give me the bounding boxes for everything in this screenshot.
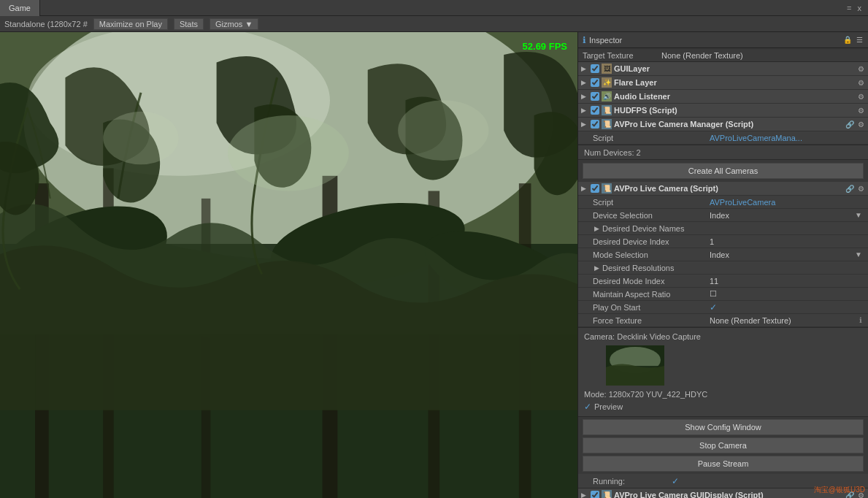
avpro-camera-settings-btn[interactable]: ⚙ xyxy=(857,185,865,193)
component-avpro-manager[interactable]: ▶ 📜 AVPro Live Camera Manager (Script) 🔗… xyxy=(578,118,868,131)
manager-script-value[interactable]: AVProLiveCameraMana... xyxy=(710,134,862,142)
mode-selection-row: Mode Selection Index ▼ xyxy=(578,248,868,261)
avpro-camera-checkbox[interactable] xyxy=(591,184,599,193)
create-cameras-btn[interactable]: Create All Cameras xyxy=(583,163,864,179)
mode-selection-arrow: ▼ xyxy=(855,250,862,258)
device-selection-value: Index xyxy=(710,211,853,220)
flarelayer-checkbox[interactable] xyxy=(591,78,599,87)
play-on-start-check: ✓ xyxy=(710,302,862,313)
flarelayer-name: Flare Layer xyxy=(614,78,855,87)
guidisplay-arrow: ▶ xyxy=(581,491,588,498)
avpro-manager-ref-btn[interactable]: 🔗 xyxy=(845,120,855,129)
desired-device-index-row: Desired Device Index 1 xyxy=(578,235,868,248)
top-bar-right: = x xyxy=(845,3,868,13)
desired-mode-index-value: 11 xyxy=(710,277,862,286)
stats-btn[interactable]: Stats xyxy=(174,18,204,30)
avpro-script-value[interactable]: AVProLiveCamera xyxy=(710,198,862,207)
audiolistener-settings-btn[interactable]: ⚙ xyxy=(857,93,865,101)
hudfps-checkbox[interactable] xyxy=(591,106,599,115)
flarelayer-settings-btn[interactable]: ⚙ xyxy=(857,79,865,87)
force-texture-info: ℹ xyxy=(859,316,862,324)
component-guilayer[interactable]: ▶ 🖼 GUILayer ⚙ xyxy=(578,62,868,76)
avpro-props: Script AVProLiveCamera Device Selection … xyxy=(578,196,868,328)
avpro-manager-checkbox[interactable] xyxy=(591,120,599,129)
desired-res-label: Desired Resolutions xyxy=(602,264,719,272)
audiolistener-icon: 🔊 xyxy=(602,91,612,101)
desired-names-arrow: ▶ xyxy=(594,225,599,232)
game-tab[interactable]: Game xyxy=(0,0,40,16)
desired-device-index-label: Desired Device Index xyxy=(593,237,710,246)
audiolistener-arrow: ▶ xyxy=(581,93,588,100)
desired-names-label: Desired Device Names xyxy=(602,224,719,233)
manager-script-label: Script xyxy=(593,134,710,142)
avpro-manager-actions: 🔗 ⚙ xyxy=(845,120,865,129)
guilayer-arrow: ▶ xyxy=(581,65,588,72)
game-toolbar: Standalone (1280x72 # Maximize on Play S… xyxy=(0,16,868,32)
avpro-manager-arrow: ▶ xyxy=(581,120,588,128)
desired-res-arrow: ▶ xyxy=(594,264,599,272)
desired-mode-index-label: Desired Mode Index xyxy=(593,277,710,286)
standalone-label: Standalone (1280x72 # xyxy=(4,20,88,28)
gizmos-btn[interactable]: Gizmos ▼ xyxy=(210,18,258,30)
hudfps-settings-btn[interactable]: ⚙ xyxy=(857,107,865,115)
avpro-camera-ref-btn[interactable]: 🔗 xyxy=(845,185,855,193)
show-config-btn[interactable]: Show Config Window xyxy=(583,419,864,435)
guilayer-icon: 🖼 xyxy=(602,64,612,74)
guilayer-settings-btn[interactable]: ⚙ xyxy=(857,65,865,73)
avpro-manager-icon: 📜 xyxy=(602,119,612,129)
audiolistener-name: Audio Listener xyxy=(614,92,855,101)
close-btn[interactable]: x xyxy=(856,3,864,13)
guilayer-checkbox[interactable] xyxy=(591,64,599,73)
audiolistener-checkbox[interactable] xyxy=(591,92,599,101)
manager-script-row: Script AVProLiveCameraMana... xyxy=(578,131,868,145)
manager-props: Script AVProLiveCameraMana... xyxy=(578,131,868,145)
avpro-script-row: Script AVProLiveCamera xyxy=(578,196,868,209)
avpro-manager-name: AVPro Live Camera Manager (Script) xyxy=(614,120,842,129)
guidisplay-checkbox[interactable] xyxy=(591,491,599,498)
audiolistener-actions: ⚙ xyxy=(857,93,865,101)
running-check: ✓ xyxy=(672,476,679,486)
component-avpro-camera[interactable]: ▶ 📜 AVPro Live Camera (Script) 🔗 ⚙ xyxy=(578,182,868,196)
inspector-lock-btn[interactable]: 🔒 xyxy=(842,36,853,44)
guilayer-actions: ⚙ xyxy=(857,65,865,73)
mode-label: Mode: 1280x720 YUV_422_HDYC xyxy=(584,388,862,400)
preview-row: ✓ Preview xyxy=(584,400,862,413)
num-devices-label: Num Devices: 2 xyxy=(584,148,641,157)
game-tab-label: Game xyxy=(9,4,31,12)
flarelayer-arrow: ▶ xyxy=(581,79,588,86)
component-flarelayer[interactable]: ▶ ✨ Flare Layer ⚙ xyxy=(578,76,868,90)
avpro-manager-settings-btn[interactable]: ⚙ xyxy=(857,120,865,129)
mode-selection-label: Mode Selection xyxy=(593,250,710,259)
num-devices-row: Num Devices: 2 xyxy=(578,145,868,160)
desired-device-names-row[interactable]: ▶ Desired Device Names xyxy=(578,222,868,235)
preview-label: Preview xyxy=(594,402,623,411)
maximize-on-play-btn[interactable]: Maximize on Play xyxy=(93,18,168,30)
component-audiolistener[interactable]: ▶ 🔊 Audio Listener ⚙ xyxy=(578,90,868,104)
watermark: 淘宝@银狐U3D xyxy=(814,485,865,495)
avpro-camera-arrow: ▶ xyxy=(581,185,588,192)
desired-mode-index-row: Desired Mode Index 11 xyxy=(578,275,868,288)
camera-preview-img xyxy=(606,345,664,386)
target-texture-label: Target Texture xyxy=(583,51,656,60)
inspector-body[interactable]: Target Texture None (Render Texture) ▶ 🖼… xyxy=(578,48,868,498)
inspector-menu-btn[interactable]: ☰ xyxy=(856,36,864,44)
component-hudfps[interactable]: ▶ 📜 HUDFPS (Script) ⚙ xyxy=(578,104,868,118)
maintain-aspect-checkbox: ☐ xyxy=(710,289,862,299)
play-on-start-row: Play On Start ✓ xyxy=(578,301,868,314)
flarelayer-actions: ⚙ xyxy=(857,79,865,87)
desired-resolutions-row[interactable]: ▶ Desired Resolutions xyxy=(578,261,868,275)
pause-stream-btn[interactable]: Pause Stream xyxy=(583,456,864,472)
device-selection-label: Device Selection xyxy=(593,211,710,220)
fps-display: 52.69 FPS xyxy=(523,41,567,52)
mode-selection-value: Index xyxy=(710,250,853,259)
target-texture-value: None (Render Texture) xyxy=(661,51,743,60)
avpro-camera-actions: 🔗 ⚙ xyxy=(845,185,865,193)
hudfps-actions: ⚙ xyxy=(857,107,865,115)
svg-point-15 xyxy=(103,112,179,165)
stop-camera-btn[interactable]: Stop Camera xyxy=(583,437,864,453)
collapse-btn[interactable]: = xyxy=(845,3,853,13)
svg-point-14 xyxy=(228,115,349,191)
avpro-script-label: Script xyxy=(593,198,710,207)
target-texture-row: Target Texture None (Render Texture) xyxy=(578,50,868,62)
force-texture-value: None (Render Texture) xyxy=(710,316,859,325)
